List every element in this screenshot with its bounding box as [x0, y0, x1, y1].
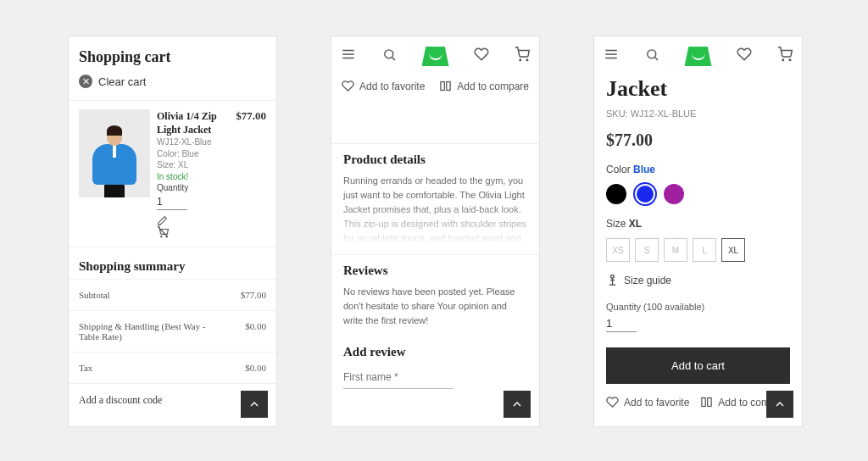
cart-icon: [515, 47, 530, 62]
fav-compare-row: Add to favorite Add to compare: [606, 396, 790, 408]
add-compare-button[interactable]: Add to compare: [439, 80, 529, 92]
ship-label: Shipping & Handling (Best Way - Table Ra…: [79, 321, 206, 342]
svg-line-7: [392, 57, 394, 59]
product-details-body: Running errands or headed to the gym, yo…: [343, 174, 527, 246]
svg-point-17: [782, 59, 784, 61]
page-title: Shopping cart: [69, 36, 276, 71]
wishlist-button[interactable]: [473, 46, 490, 63]
size-options: XS S M L XL: [606, 238, 790, 262]
menu-button[interactable]: [340, 46, 357, 63]
color-value: Blue: [633, 164, 655, 175]
size-guide-button[interactable]: Size guide: [606, 274, 790, 286]
add-compare-label: Add to compare: [457, 81, 529, 92]
cart-item-color: Color: Blue: [157, 148, 231, 160]
search-button[interactable]: [643, 46, 660, 63]
tax-value: $0.00: [245, 363, 266, 373]
scroll-top-button[interactable]: [241, 391, 268, 418]
heart-icon: [737, 47, 752, 62]
cart-icon: [777, 47, 793, 62]
search-button[interactable]: [381, 46, 398, 63]
heart-icon: [474, 47, 489, 62]
cart-button[interactable]: [514, 46, 531, 63]
size-xl[interactable]: XL: [721, 238, 745, 262]
panel-product-details: Add to favorite Add to compare Product d…: [331, 36, 540, 427]
cart-item-stock: In stock!: [157, 171, 231, 183]
svg-point-18: [789, 59, 791, 61]
subtotal-value: $77.00: [241, 290, 266, 300]
cart-item-sku: WJ12-XL-Blue: [157, 136, 231, 148]
search-icon: [645, 47, 659, 62]
clear-cart-label: Clear cart: [98, 75, 146, 88]
size-guide-label: Size guide: [624, 275, 671, 286]
size-l[interactable]: L: [693, 238, 716, 262]
tax-label: Tax: [79, 363, 92, 373]
clear-cart-button[interactable]: ✕ Clear cart: [69, 71, 276, 100]
svg-line-16: [654, 57, 657, 59]
first-name-input[interactable]: [343, 366, 453, 389]
svg-point-15: [648, 49, 656, 58]
size-xs[interactable]: XS: [606, 238, 630, 262]
swatch-black[interactable]: [606, 184, 626, 204]
svg-rect-20: [702, 398, 705, 407]
wishlist-button[interactable]: [736, 46, 753, 63]
svg-point-0: [161, 236, 162, 237]
panel-cart: Shopping cart ✕ Clear cart Olivia 1/4 Zi…: [68, 36, 277, 427]
menu-icon: [341, 47, 356, 62]
search-icon: [382, 47, 397, 62]
svg-rect-11: [447, 82, 450, 91]
svg-point-6: [385, 49, 393, 58]
heart-outline-icon: [342, 80, 354, 92]
ship-value: $0.00: [245, 321, 266, 342]
chevron-up-icon: [510, 397, 524, 411]
top-toolbar: [331, 36, 539, 73]
cart-item: Olivia 1/4 Zip Light Jacket WJ12-XL-Blue…: [69, 100, 276, 247]
cart-button[interactable]: [776, 46, 793, 63]
ruler-icon: [606, 274, 619, 286]
reviews-heading: Reviews: [343, 264, 527, 278]
quantity-label: Quantity (100 available): [606, 302, 790, 312]
chevron-up-icon: [248, 397, 261, 411]
size-s[interactable]: S: [635, 238, 659, 262]
clear-icon: ✕: [79, 75, 92, 88]
cart-item-qty-input[interactable]: 1: [157, 194, 187, 210]
panel-product-page: Jacket SKU: WJ12-XL-BLUE $77.00 Color Bl…: [593, 36, 803, 427]
scroll-top-button[interactable]: [766, 391, 793, 418]
add-favorite-button[interactable]: Add to favorite: [342, 80, 425, 92]
swatch-purple[interactable]: [664, 184, 684, 204]
menu-button[interactable]: [603, 46, 620, 63]
subtotal-label: Subtotal: [79, 290, 110, 300]
reviews-section: Reviews No reviews have been posted yet.…: [331, 254, 539, 336]
product-thumbnail[interactable]: [79, 109, 150, 197]
svg-rect-10: [441, 82, 444, 91]
add-favorite-button[interactable]: Add to favorite: [606, 396, 689, 408]
logo-bag-icon[interactable]: [422, 42, 449, 66]
remove-from-cart-icon[interactable]: [157, 226, 169, 238]
product-title: Jacket: [606, 76, 790, 102]
summary-row-tax: Tax $0.00: [69, 352, 276, 383]
logo-bag-icon[interactable]: [685, 42, 712, 66]
product-details-section: Product details Running errands or heade…: [331, 143, 539, 254]
scroll-top-button[interactable]: [504, 391, 531, 418]
cart-item-info: Olivia 1/4 Zip Light Jacket WJ12-XL-Blue…: [157, 109, 231, 238]
cart-item-size: Size: XL: [157, 159, 231, 171]
compare-icon: [700, 396, 713, 408]
compare-icon: [439, 80, 452, 92]
add-to-cart-button[interactable]: Add to cart: [606, 347, 790, 384]
svg-point-19: [611, 275, 615, 278]
summary-row-shipping: Shipping & Handling (Best Way - Table Ra…: [69, 310, 276, 352]
add-favorite-label: Add to favorite: [624, 397, 689, 408]
menu-icon: [604, 47, 619, 62]
add-favorite-label: Add to favorite: [359, 81, 425, 92]
add-review-section: Add review: [331, 336, 539, 397]
product-price: $77.00: [606, 131, 790, 150]
quantity-input[interactable]: 1: [606, 315, 637, 332]
edit-icon[interactable]: [157, 215, 168, 226]
heart-outline-icon: [606, 396, 619, 408]
chevron-up-icon: [773, 397, 787, 411]
swatch-blue[interactable]: [635, 184, 655, 204]
add-review-heading: Add review: [343, 345, 527, 359]
cart-item-actions: [157, 215, 231, 238]
top-toolbar: [594, 36, 802, 73]
size-m[interactable]: M: [664, 238, 687, 262]
summary-title: Shopping summary: [69, 247, 276, 279]
